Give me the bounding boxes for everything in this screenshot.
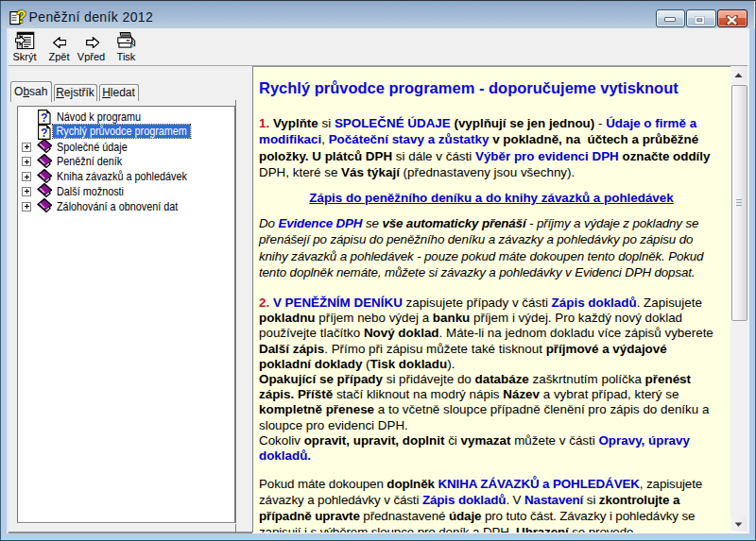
svg-text:?: ? bbox=[16, 8, 26, 25]
svg-text:?: ? bbox=[41, 126, 47, 139]
svg-text:?: ? bbox=[41, 111, 47, 125]
